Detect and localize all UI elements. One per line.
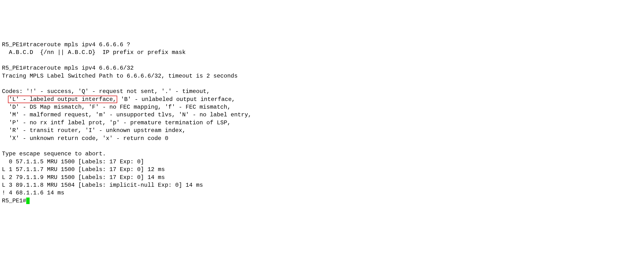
traceroute-hop: L 3 89.1.1.8 MRU 1504 [Labels: implicit-…: [2, 182, 203, 188]
terminal-output[interactable]: R5_PE1#traceroute mpls ipv4 6.6.6.6 ? A.…: [2, 33, 642, 205]
highlighted-code-l: 'L' - labeled output interface,: [8, 96, 117, 103]
traceroute-hop: ! 4 68.1.1.6 14 ms: [2, 190, 64, 196]
codes-legend-line: 'R' - transit router, 'I' - unknown upst…: [2, 127, 186, 134]
tracing-header: Tracing MPLS Label Switched Path to 6.6.…: [2, 73, 238, 79]
command-text: traceroute mpls ipv4 6.6.6.6 ?: [26, 42, 130, 48]
prompt: R5_PE1#: [2, 65, 26, 71]
traceroute-hop: L 1 57.1.1.7 MRU 1500 [Labels: 17 Exp: 0…: [2, 166, 165, 173]
codes-legend-line: 'X' - unknown return code, 'x' - return …: [2, 135, 168, 142]
cursor-icon: [26, 197, 30, 204]
traceroute-hop: L 2 79.1.1.9 MRU 1500 [Labels: 17 Exp: 0…: [2, 174, 165, 181]
codes-legend-line: 'B' - unlabeled output interface,: [117, 96, 235, 103]
prompt: R5_PE1#: [2, 42, 26, 48]
codes-legend-line: 'P' - no rx intf label prot, 'p' - prema…: [2, 120, 231, 126]
help-output: A.B.C.D {/nn || A.B.C.D} IP prefix or pr…: [2, 49, 186, 56]
abort-instruction: Type escape sequence to abort.: [2, 151, 106, 157]
prompt: R5_PE1#: [2, 197, 26, 204]
codes-legend-line: 'D' - DS Map mismatch, 'F' - no FEC mapp…: [2, 104, 231, 110]
codes-legend-line: Codes: '!' - success, 'Q' - request not …: [2, 88, 210, 95]
codes-legend-line: 'M' - malformed request, 'm' - unsupport…: [2, 112, 252, 118]
traceroute-hop: 0 57.1.1.5 MRU 1500 [Labels: 17 Exp: 0]: [2, 158, 144, 165]
command-text: traceroute mpls ipv4 6.6.6.6/32: [26, 65, 134, 71]
